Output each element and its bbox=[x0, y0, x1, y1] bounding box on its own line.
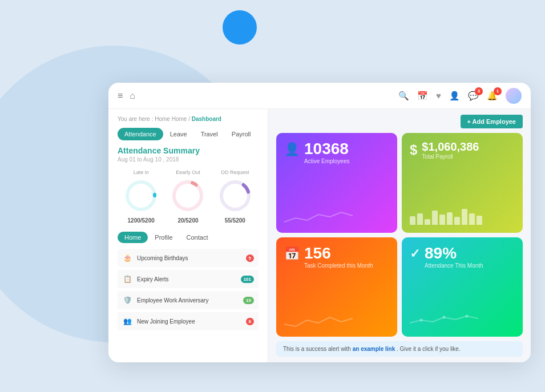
tab-payroll[interactable]: Payroll bbox=[225, 128, 258, 140]
tab-attendance[interactable]: Attendance bbox=[118, 128, 163, 140]
chat-icon-wrapper[interactable]: 💬 3 bbox=[468, 91, 479, 101]
blue-dot-decoration bbox=[223, 10, 257, 45]
expiry-badge: 101 bbox=[241, 276, 254, 283]
bar-2 bbox=[417, 213, 423, 225]
bar-6 bbox=[447, 212, 453, 225]
stats-grid: 👤 10368 Active Employees $ bbox=[276, 133, 523, 337]
stat-card-attendance: ✓ 89% Attendance This Month bbox=[402, 237, 523, 337]
birthday-icon: 🎂 bbox=[122, 253, 132, 263]
attendance-chart bbox=[410, 312, 478, 329]
tasks-card-icon: 📅 bbox=[284, 246, 300, 261]
content-area: You are here : Home Home / Dashboard Att… bbox=[108, 109, 531, 362]
breadcrumb-home[interactable]: Home bbox=[155, 116, 170, 122]
bar-4 bbox=[432, 211, 438, 225]
right-panel: + Add Employee 👤 10368 Active Employees bbox=[268, 109, 531, 362]
bar-3 bbox=[425, 219, 430, 225]
expiry-icon: 📋 bbox=[122, 274, 132, 284]
add-employee-button[interactable]: + Add Employee bbox=[461, 115, 523, 128]
donut-svg-late-in bbox=[124, 179, 158, 213]
bar-5 bbox=[439, 215, 445, 225]
svg-point-7 bbox=[443, 316, 446, 319]
circle-charts: Late in 1200/5200 Eearly Out 20/5200 bbox=[118, 169, 259, 224]
bell-icon-wrapper[interactable]: 🔔 1 bbox=[487, 91, 498, 101]
bar-9 bbox=[469, 213, 475, 225]
sub-tab-home[interactable]: Home bbox=[118, 232, 148, 243]
list-item-anniversary[interactable]: 🛡️ Employee Work Anniversary 10 bbox=[118, 291, 259, 309]
heart-icon[interactable]: ♥ bbox=[436, 91, 441, 100]
payroll-bar-chart bbox=[410, 208, 515, 225]
navbar-right: 🔍 📅 ♥ 👤 💬 3 🔔 1 bbox=[398, 88, 522, 104]
list-item-birthdays[interactable]: 🎂 Upcoming Birthdays 5 bbox=[118, 249, 259, 267]
breadcrumb-current: Dashboard bbox=[192, 116, 221, 122]
person-search-icon[interactable]: 🔍 bbox=[398, 91, 409, 101]
chat-badge: 3 bbox=[475, 87, 483, 95]
svg-point-6 bbox=[420, 319, 423, 322]
home-icon[interactable]: ⌂ bbox=[130, 91, 135, 101]
new-joining-badge: 8 bbox=[246, 318, 254, 325]
attendance-card-icon: ✓ bbox=[410, 246, 420, 261]
avatar[interactable] bbox=[506, 88, 522, 104]
svg-point-8 bbox=[466, 315, 469, 318]
birthday-badge: 5 bbox=[246, 254, 254, 262]
bar-10 bbox=[477, 216, 482, 225]
svg-point-2 bbox=[174, 182, 201, 209]
alert-bar: This is a success alert with an example … bbox=[276, 341, 523, 357]
left-panel: You are here : Home Home / Dashboard Att… bbox=[108, 109, 268, 362]
bar-7 bbox=[454, 217, 460, 225]
alert-link[interactable]: an example link bbox=[353, 346, 395, 352]
payroll-number: $1,060,386 bbox=[422, 141, 479, 152]
payroll-label: Total Payroll bbox=[422, 153, 479, 160]
tab-leave[interactable]: Leave bbox=[163, 128, 194, 140]
attendance-summary-title: Attendance Summary bbox=[118, 146, 259, 155]
circle-chart-early-out: Eearly Out 20/5200 bbox=[171, 169, 205, 224]
circle-chart-late-in: Late in 1200/5200 bbox=[124, 169, 158, 224]
breadcrumb: You are here : Home Home / Dashboard bbox=[118, 116, 259, 122]
attendance-label: Attendance This Month bbox=[425, 262, 483, 269]
tasks-chart bbox=[284, 312, 353, 329]
anniversary-badge: 10 bbox=[243, 297, 254, 304]
main-tabs: Attendance Leave Travel Payroll bbox=[118, 128, 259, 140]
user-icon[interactable]: 👤 bbox=[449, 91, 460, 101]
calendar-icon[interactable]: 📅 bbox=[417, 91, 428, 101]
bar-8 bbox=[462, 209, 467, 225]
top-navbar: ≡ ⌂ 🔍 📅 ♥ 👤 💬 3 🔔 1 bbox=[108, 83, 531, 109]
main-dashboard-card: ≡ ⌂ 🔍 📅 ♥ 👤 💬 3 🔔 1 You are here : bbox=[108, 83, 531, 362]
payroll-card-icon: $ bbox=[410, 142, 417, 158]
attendance-number: 89% bbox=[425, 245, 483, 261]
sub-tab-profile[interactable]: Profile bbox=[148, 232, 179, 243]
stat-card-tasks: 📅 156 Task Completed this Month bbox=[276, 237, 397, 337]
svg-point-0 bbox=[127, 182, 155, 209]
employees-number: 10368 bbox=[304, 141, 349, 157]
new-joining-icon: 👥 bbox=[122, 316, 132, 326]
anniversary-icon: 🛡️ bbox=[122, 295, 132, 305]
tab-travel[interactable]: Travel bbox=[194, 128, 225, 140]
list-item-expiry[interactable]: 📋 Expiry Alerts 101 bbox=[118, 270, 259, 288]
bell-badge: 1 bbox=[494, 87, 502, 95]
tasks-label: Task Completed this Month bbox=[304, 262, 373, 269]
tasks-number: 156 bbox=[304, 245, 373, 261]
employees-label: Active Employees bbox=[304, 158, 349, 164]
donut-svg-early-out bbox=[171, 179, 205, 213]
list-item-new-joining[interactable]: 👥 New Joining Employee 8 bbox=[118, 312, 259, 330]
bar-1 bbox=[410, 216, 415, 225]
stat-card-employees: 👤 10368 Active Employees bbox=[276, 133, 397, 233]
employees-card-icon: 👤 bbox=[284, 142, 300, 157]
circle-chart-od-request: OD Request 55/5200 bbox=[218, 169, 252, 224]
right-header: + Add Employee bbox=[276, 115, 523, 128]
sub-tabs: Home Profile Contact bbox=[118, 232, 259, 243]
menu-icon[interactable]: ≡ bbox=[118, 91, 123, 101]
sub-tab-contact[interactable]: Contact bbox=[180, 232, 215, 243]
attendance-summary-date: Aug 01 to Aug 10 , 2018 bbox=[118, 156, 259, 163]
employees-chart bbox=[284, 208, 353, 225]
stat-card-payroll: $ $1,060,386 Total Payroll bbox=[402, 133, 523, 233]
donut-svg-od bbox=[218, 179, 252, 213]
navbar-left: ≡ ⌂ bbox=[118, 91, 135, 101]
